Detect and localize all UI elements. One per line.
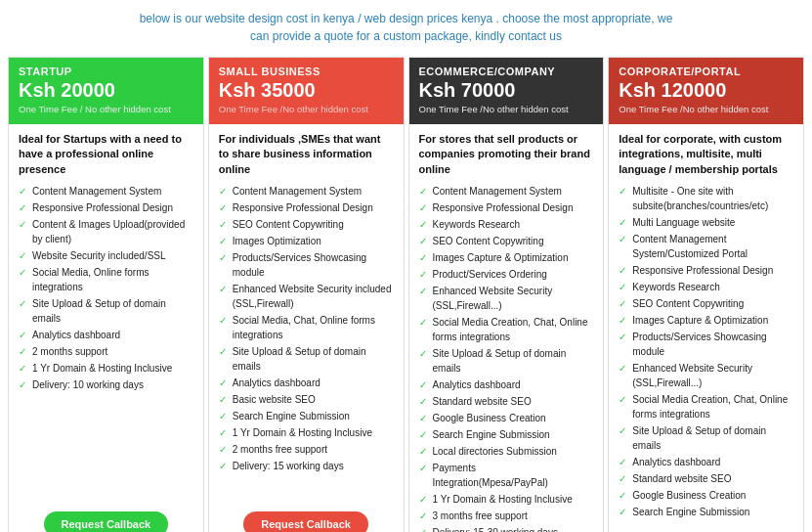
feature-item: Social Media, Chat, Online forms integra…	[219, 312, 394, 343]
feature-item: Content Management System/Customized Por…	[619, 231, 793, 262]
plan-header-corporate: CORPORATE/PORTAL Ksh 120000 One Time Fee…	[609, 58, 803, 124]
plan-price-small-business: Ksh 35000	[219, 79, 394, 102]
plans-grid: STARTUP Ksh 20000 One Time Fee / No othe…	[8, 57, 804, 532]
feature-item: Content Management System	[419, 183, 594, 200]
feature-item: Social Media Creation, Chat, Online form…	[419, 314, 594, 345]
plan-fee-corporate: One Time Fee /No other hidden cost	[619, 104, 793, 114]
plan-header-small-business: SMALL BUSINESS Ksh 35000 One Time Fee /N…	[209, 58, 404, 124]
feature-item: Responsive Professional Design	[419, 200, 594, 216]
feature-list-corporate: Multisite - One site with subsite(branch…	[619, 183, 793, 532]
feature-list-ecommerce: Content Management SystemResponsive Prof…	[419, 183, 594, 532]
plan-description-ecommerce: For stores that sell products or compani…	[419, 132, 594, 177]
feature-item: 2 months free support	[219, 441, 394, 458]
header-line2: can provide a quote for a custom package…	[250, 29, 562, 43]
feature-item: 1 Yr Domain & Hosting Inclusive	[219, 424, 394, 441]
feature-item: Analytics dashboard	[219, 375, 394, 391]
feature-item: Responsive Professional Design	[219, 200, 394, 216]
feature-list-small-business: Content Management SystemResponsive Prof…	[219, 183, 394, 496]
plan-header-ecommerce: ECOMMERCE/COMPANY Ksh 70000 One Time Fee…	[409, 58, 604, 124]
plan-price-startup: Ksh 20000	[19, 79, 193, 102]
plan-description-corporate: Ideal for corporate, with custom integra…	[619, 132, 793, 177]
plan-fee-startup: One Time Fee / No other hidden cost	[19, 104, 193, 114]
feature-item: Site Upload & Setup of domain emails	[619, 422, 793, 454]
plan-body-corporate: Ideal for corporate, with custom integra…	[609, 124, 803, 532]
feature-item: Analytics dashboard	[419, 377, 594, 393]
feature-item: 3 months free support	[419, 508, 594, 524]
plan-card-corporate: CORPORATE/PORTAL Ksh 120000 One Time Fee…	[608, 57, 804, 532]
feature-item: SEO Content Copywriting	[419, 233, 594, 249]
feature-item: Social Media Creation, Chat, Online form…	[619, 391, 793, 422]
feature-item: Google Business Creation	[619, 487, 793, 504]
feature-item: Site Upload & Setup of domain emails	[419, 345, 594, 377]
plan-card-small-business: SMALL BUSINESS Ksh 35000 One Time Fee /N…	[208, 57, 405, 532]
header-text: below is our website design cost in keny…	[8, 10, 804, 45]
feature-item: Responsive Professional Design	[619, 262, 793, 279]
feature-item: Multisite - One site with subsite(branch…	[619, 183, 793, 214]
feature-item: Site Upload & Setup of domain emails	[19, 295, 193, 327]
plan-name-corporate: CORPORATE/PORTAL	[619, 66, 793, 77]
plan-card-startup: STARTUP Ksh 20000 One Time Fee / No othe…	[8, 57, 204, 532]
feature-item: Basic website SEO	[219, 391, 394, 408]
feature-item: SEO Content Copywriting	[619, 295, 793, 312]
header-line1: below is our website design cost in keny…	[140, 12, 673, 25]
feature-item: Keywords Research	[619, 279, 793, 295]
callback-btn-startup[interactable]: Request Callback	[44, 511, 169, 532]
plan-footer-small-business: Request Callback	[209, 504, 404, 532]
page-wrapper: below is our website design cost in keny…	[0, 0, 812, 532]
feature-item: Delivery: 15-30 working days	[419, 524, 594, 532]
feature-item: Enhanced Website Security (SSL,Firewall.…	[419, 283, 594, 314]
plan-name-ecommerce: ECOMMERCE/COMPANY	[419, 66, 594, 77]
plan-name-startup: STARTUP	[19, 66, 193, 77]
feature-item: Local directories Submission	[419, 443, 594, 460]
callback-btn-small-business[interactable]: Request Callback	[243, 511, 368, 532]
feature-item: Content Management System	[219, 183, 394, 200]
feature-item: Standard website SEO	[619, 470, 793, 487]
feature-item: Enhanced Website Security (SSL,Firewall.…	[619, 360, 793, 391]
plan-description-startup: Ideal for Startups with a need to have a…	[19, 132, 193, 177]
feature-item: Products/Services Showcasing module	[619, 329, 793, 360]
feature-item: SEO Content Copywriting	[219, 216, 394, 233]
feature-item: Search Engine Submission	[219, 408, 394, 424]
feature-item: Multi Language website	[619, 214, 793, 231]
plan-description-small-business: For individuals ,SMEs that want to share…	[219, 132, 394, 177]
plan-body-startup: Ideal for Startups with a need to have a…	[9, 124, 203, 504]
feature-item: 1 Yr Domain & Hosting Inclusive	[19, 360, 193, 377]
feature-item: Keywords Research	[419, 216, 594, 233]
plan-header-startup: STARTUP Ksh 20000 One Time Fee / No othe…	[9, 58, 203, 124]
feature-item: Products/Services Showcasing module	[219, 249, 394, 281]
feature-item: Images Capture & Optimization	[619, 312, 793, 329]
plan-price-corporate: Ksh 120000	[619, 79, 793, 102]
feature-item: Analytics dashboard	[619, 454, 793, 470]
feature-item: Website Security included/SSL	[19, 247, 193, 264]
plan-card-ecommerce: ECOMMERCE/COMPANY Ksh 70000 One Time Fee…	[408, 57, 605, 532]
feature-item: Site Upload & Setup of domain emails	[219, 343, 394, 375]
feature-item: Analytics dashboard	[19, 327, 193, 343]
feature-item: Images Capture & Optimization	[419, 249, 594, 266]
feature-item: Search Engine Submission	[419, 426, 594, 443]
plan-footer-startup: Request Callback	[9, 504, 203, 532]
feature-item: Delivery: 15 working days	[219, 458, 394, 474]
feature-item: Google Business Creation	[419, 410, 594, 426]
feature-item: 2 months support	[19, 343, 193, 360]
plan-fee-small-business: One Time Fee /No other hidden cost	[219, 104, 394, 114]
feature-item: Standard website SEO	[419, 393, 594, 410]
feature-item: Search Engine Submission	[619, 504, 793, 520]
feature-item: Responsive Professional Design	[19, 200, 193, 216]
feature-item: Content Management System	[19, 183, 193, 200]
plan-price-ecommerce: Ksh 70000	[419, 79, 594, 102]
feature-item: Social Media, Online forms integrations	[19, 264, 193, 295]
feature-item: Content & Images Upload(provided by clie…	[19, 216, 193, 247]
plan-body-ecommerce: For stores that sell products or compani…	[409, 124, 604, 532]
feature-list-startup: Content Management SystemResponsive Prof…	[19, 183, 193, 496]
feature-item: 1 Yr Domain & Hosting Inclusive	[419, 491, 594, 508]
feature-item: Product/Services Ordering	[419, 266, 594, 283]
feature-item: Images Optimization	[219, 233, 394, 249]
feature-item: Payments Integration(Mpesa/PayPal)	[419, 460, 594, 491]
feature-item: Delivery: 10 working days	[19, 377, 193, 393]
plan-fee-ecommerce: One Time Fee /No other hidden cost	[419, 104, 594, 114]
plan-name-small-business: SMALL BUSINESS	[219, 66, 394, 77]
plan-body-small-business: For individuals ,SMEs that want to share…	[209, 124, 404, 504]
feature-item: Enhanced Website Security included (SSL,…	[219, 281, 394, 312]
